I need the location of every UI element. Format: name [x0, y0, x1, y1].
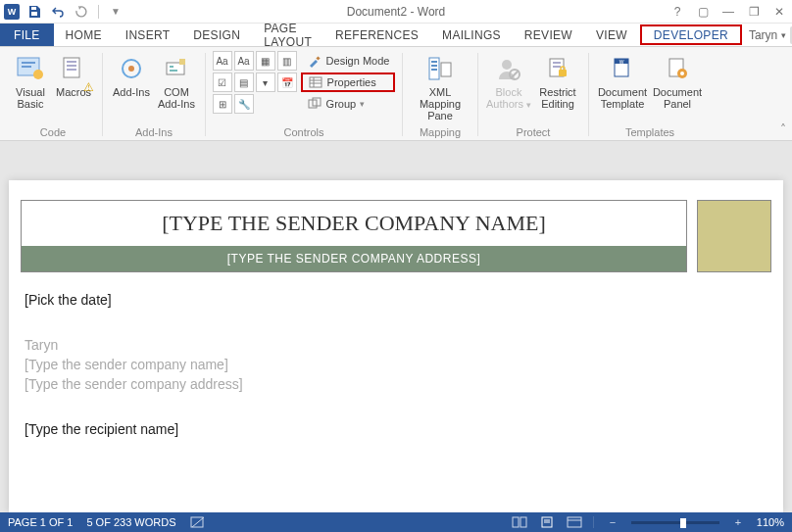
zoom-out-icon[interactable]: −: [604, 515, 621, 529]
ribbon-developer: VisualBasic Macros ⚠ Code Add-Ins: [0, 47, 792, 141]
document-template-button[interactable]: W DocumentTemplate: [595, 51, 650, 112]
picture-control-icon[interactable]: ▦: [256, 51, 275, 71]
svg-rect-9: [67, 65, 76, 67]
word-app-icon: W: [4, 4, 20, 20]
vb-label1: Visual: [16, 86, 45, 98]
restrict-editing-button[interactable]: RestrictEditing: [533, 51, 582, 113]
print-layout-icon[interactable]: [538, 515, 556, 529]
pick-date-field[interactable]: [Pick the date]: [25, 292, 767, 308]
logo-placeholder[interactable]: [697, 200, 771, 272]
tab-design[interactable]: DESIGN: [181, 24, 252, 46]
svg-rect-18: [310, 77, 322, 87]
dropdown-control-icon[interactable]: ▾: [256, 73, 275, 92]
group-addins-label: Add-Ins: [135, 124, 173, 138]
sender-company-field[interactable]: [Type the sender company name]: [25, 357, 767, 372]
document-template-icon: W: [607, 53, 638, 84]
addins-button[interactable]: Add-Ins: [109, 51, 154, 112]
svg-rect-33: [553, 62, 561, 64]
read-mode-icon[interactable]: [511, 515, 528, 529]
window-controls: ? ▢ — ❐ ✕: [668, 3, 788, 21]
xml-mapping-icon: [424, 53, 456, 84]
svg-rect-27: [431, 69, 437, 71]
svg-rect-43: [191, 517, 203, 527]
tab-page-layout[interactable]: PAGE LAYOUT: [252, 24, 323, 46]
zoom-in-icon[interactable]: +: [729, 515, 747, 529]
design-mode-icon: [307, 53, 322, 69]
zoom-level[interactable]: 110%: [757, 516, 784, 528]
controls-gallery: Aa Aa ▦ ▥ ☑ ▤ ▾ 📅 ⊞ 🔧: [213, 51, 297, 114]
recipient-name-field[interactable]: [Type the recipient name]: [25, 421, 767, 437]
svg-rect-1: [31, 12, 37, 16]
doctpl-l2: Template: [601, 98, 645, 110]
repeating-control-icon[interactable]: ⊞: [213, 94, 232, 114]
sender-company-name-field[interactable]: [TYPE THE SENDER COMPANY NAME]: [22, 201, 686, 246]
qat-customize-icon[interactable]: ▼: [107, 3, 124, 21]
zoom-slider-thumb[interactable]: [680, 518, 686, 528]
macros-button[interactable]: Macros ⚠: [51, 51, 96, 112]
status-bar: PAGE 1 OF 1 5 OF 233 WORDS − + 110%: [0, 512, 792, 532]
tab-view[interactable]: VIEW: [584, 24, 639, 46]
plain-text-control-icon[interactable]: Aa: [234, 51, 254, 71]
restore-icon[interactable]: ❐: [745, 3, 763, 21]
group-controls-label: Controls: [284, 124, 324, 138]
qat-separator: [98, 5, 99, 19]
document-panel-button[interactable]: DocumentPanel: [650, 51, 705, 112]
ribbon-tabs: FILE HOME INSERT DESIGN PAGE LAYOUT REFE…: [0, 24, 792, 47]
svg-rect-16: [179, 59, 185, 65]
addins-label: Add-Ins: [113, 86, 150, 98]
quick-access-toolbar: W ▼: [4, 3, 124, 21]
xml-mapping-button[interactable]: XML MappingPane: [409, 51, 471, 123]
svg-rect-4: [22, 62, 35, 64]
svg-rect-28: [441, 63, 451, 76]
redo-icon[interactable]: [73, 3, 90, 21]
tab-file[interactable]: FILE: [0, 24, 54, 46]
undo-icon[interactable]: [49, 3, 67, 21]
legacy-controls-icon[interactable]: 🔧: [234, 94, 254, 114]
tab-review[interactable]: REVIEW: [513, 24, 584, 46]
date-picker-control-icon[interactable]: 📅: [277, 73, 297, 92]
macros-icon: [58, 53, 89, 84]
building-block-control-icon[interactable]: ▥: [277, 51, 297, 71]
display-options-icon[interactable]: ▢: [694, 3, 712, 21]
close-icon[interactable]: ✕: [770, 3, 788, 21]
user-area[interactable]: Taryn ▾: [743, 24, 792, 46]
visual-basic-button[interactable]: VisualBasic: [10, 51, 51, 112]
save-icon[interactable]: [25, 3, 43, 21]
svg-rect-8: [67, 61, 76, 63]
svg-rect-45: [513, 517, 519, 527]
group-addins: Add-Ins COMAdd-Ins Add-Ins: [103, 49, 205, 140]
tab-references[interactable]: REFERENCES: [323, 24, 430, 46]
document-page[interactable]: [TYPE THE SENDER COMPANY NAME] [TYPE THE…: [9, 180, 783, 512]
combo-box-control-icon[interactable]: ▤: [234, 73, 254, 92]
restrict-l1: Restrict: [539, 86, 575, 98]
sender-company-address-field[interactable]: [TYPE THE SENDER COMPANY ADDRESS]: [22, 246, 686, 271]
properties-button[interactable]: Properties: [301, 73, 396, 92]
status-proof-icon[interactable]: [190, 516, 206, 528]
tab-mailings[interactable]: MAILINGS: [430, 24, 513, 46]
status-words[interactable]: 5 OF 233 WORDS: [86, 516, 175, 528]
tab-home[interactable]: HOME: [54, 24, 114, 46]
sender-name-field[interactable]: Taryn: [25, 337, 767, 353]
rich-text-control-icon[interactable]: Aa: [213, 51, 232, 71]
sender-address-field[interactable]: [Type the sender company address]: [25, 376, 767, 392]
block-authors-button[interactable]: BlockAuthors ▾: [484, 51, 533, 113]
group-button[interactable]: Group ▾: [301, 94, 396, 114]
svg-rect-10: [67, 69, 76, 71]
help-icon[interactable]: ?: [668, 3, 686, 21]
zoom-slider[interactable]: [631, 521, 719, 524]
tab-developer[interactable]: DEVELOPER: [640, 24, 742, 45]
com-addins-icon: [161, 53, 192, 84]
collapse-ribbon-icon[interactable]: ˄: [780, 122, 786, 136]
svg-point-12: [128, 66, 134, 72]
vb-label2: Basic: [18, 98, 44, 110]
tab-insert[interactable]: INSERT: [114, 24, 182, 46]
com-addins-button[interactable]: COMAdd-Ins: [154, 51, 199, 112]
svg-rect-15: [170, 70, 177, 72]
xml-l2: Pane: [427, 110, 453, 121]
xml-l1: XML Mapping: [420, 86, 461, 110]
minimize-icon[interactable]: —: [719, 3, 737, 21]
design-mode-button[interactable]: Design Mode: [301, 51, 396, 71]
checkbox-control-icon[interactable]: ☑: [213, 73, 232, 92]
status-page[interactable]: PAGE 1 OF 1: [8, 516, 73, 528]
web-layout-icon[interactable]: [566, 515, 583, 529]
